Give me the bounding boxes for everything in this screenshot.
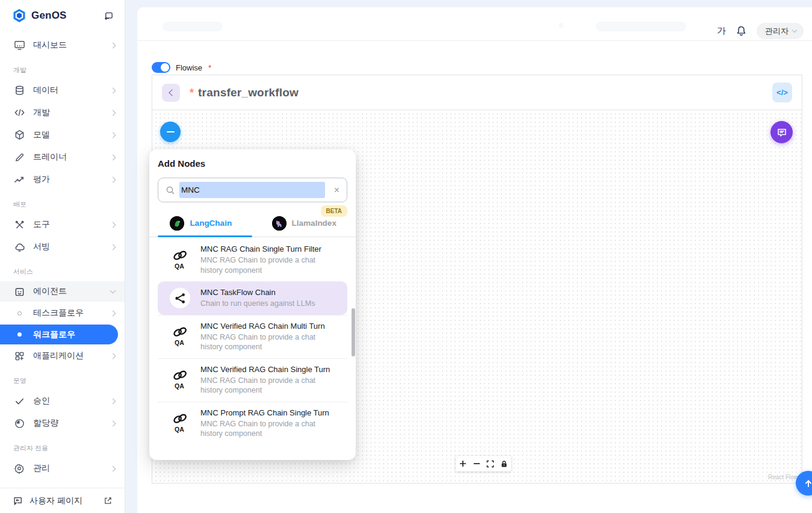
sidebar-section-label: 배포 — [0, 191, 125, 213]
tab-llamaindex-label: LlamaIndex — [292, 219, 336, 228]
sidebar-item-label: 모델 — [33, 129, 111, 140]
chevron-right-icon — [110, 310, 116, 316]
tools-icon — [13, 219, 25, 231]
sidebar-section-label: 개발 — [0, 57, 125, 79]
workflow-title-wrap: * transfer_workflow — [190, 86, 299, 99]
panel-scrollbar[interactable] — [352, 308, 355, 356]
notifications-bell-icon[interactable] — [736, 25, 747, 37]
svg-text:QA: QA — [175, 263, 184, 270]
chevron-right-icon — [110, 398, 116, 404]
sidebar-item-label: 평가 — [33, 174, 111, 185]
quota-icon — [13, 417, 25, 429]
sidebar-item-label: 관리 — [33, 463, 111, 474]
chevron-right-icon — [110, 87, 116, 93]
user-page-icon — [12, 496, 23, 506]
sidebar-section-label: 서비스 — [0, 258, 125, 281]
sidebar-item-dashboard[interactable]: 대시보드 — [0, 34, 125, 56]
sidebar-item-serving[interactable]: 서빙 — [0, 236, 125, 258]
workflow-title: transfer_workflow — [198, 86, 299, 99]
header-skeleton — [163, 22, 223, 31]
chat-button[interactable] — [770, 121, 793, 143]
beta-badge: BETA — [321, 205, 347, 217]
node-list-item[interactable]: MNC TaskFlow ChainChain to run queries a… — [158, 281, 347, 315]
sidebar-logo-row: GenOS — [0, 0, 125, 31]
sidebar-item-label: 승인 — [33, 396, 111, 406]
external-link-icon[interactable] — [104, 496, 113, 505]
api-code-button[interactable]: </> — [772, 82, 792, 102]
flowise-toggle-row: Flowise* — [152, 62, 211, 73]
profile-menu[interactable]: 관리자 — [757, 23, 804, 39]
sidebar-item-label: 개발 — [33, 107, 111, 118]
sidebar-item-approval[interactable]: 승인 — [0, 390, 125, 412]
framework-tabs: LangChain LlamaIndex BETA — [149, 210, 356, 237]
qa-chain-icon: QA — [170, 370, 190, 390]
node-description: MNC RAG Chain to provide a chat history … — [200, 255, 338, 275]
monitor-icon — [13, 39, 25, 51]
code-icon — [13, 107, 25, 119]
node-list-item[interactable]: QAMNC Verified RAG Chain Single TurnMNC … — [158, 358, 347, 402]
chevron-right-icon — [110, 244, 116, 250]
node-search-input[interactable] — [181, 185, 334, 194]
sidebar-item-data[interactable]: 데이터 — [0, 79, 125, 101]
sidebar-item-label: 데이터 — [33, 85, 111, 96]
sidebar-footer[interactable]: 사용자 페이지 — [0, 488, 125, 513]
chevron-right-icon — [110, 465, 116, 471]
fit-view-button[interactable] — [483, 456, 497, 471]
sidebar-item-agent[interactable]: 에이전트 — [0, 281, 125, 302]
chevron-right-icon — [110, 176, 116, 182]
language-button[interactable]: 가 — [717, 25, 726, 37]
sidebar-item-quota[interactable]: 할당량 — [0, 412, 125, 434]
chevron-down-icon — [792, 28, 797, 33]
unsaved-indicator: * — [190, 87, 194, 99]
sidebar-item-model[interactable]: 모델 — [0, 124, 125, 146]
langchain-logo-icon — [170, 216, 184, 231]
sidebar-item-trainer[interactable]: 트레이너 — [0, 146, 125, 168]
sidebar-item-label: 테스크플로우 — [33, 308, 111, 319]
node-list-item[interactable]: QAMNC Verified RAG Chain Multi TurnMNC R… — [158, 315, 347, 358]
back-button[interactable] — [162, 84, 180, 102]
sidebar-collapse-icon[interactable] — [104, 11, 114, 21]
node-list-item[interactable]: QAMNC RAG Chain Single Turn FilterMNC RA… — [158, 238, 347, 281]
node-search-box: × — [158, 178, 347, 202]
apps-icon — [13, 350, 25, 362]
minus-icon — [167, 131, 175, 132]
flowise-toggle[interactable] — [152, 62, 170, 73]
chevron-right-icon — [110, 154, 116, 160]
main-area: 가 관리자 Flowise* * transfer_workflow — [125, 0, 812, 513]
zoom-out-button[interactable] — [470, 456, 483, 471]
chevron-down-icon — [110, 288, 116, 294]
sidebar-section-label: 운영 — [0, 367, 125, 390]
node-description: MNC RAG Chain to provide a chat history … — [200, 419, 338, 439]
sidebar-item-tools[interactable]: 도구 — [0, 214, 125, 235]
arrow-up-icon — [804, 479, 812, 488]
required-asterisk: * — [208, 63, 211, 72]
sidebar-item-evaluation[interactable]: 평가 — [0, 169, 125, 190]
svg-text:QA: QA — [175, 339, 184, 346]
qa-chain-icon: QA — [170, 326, 190, 347]
cloud-icon — [13, 241, 25, 253]
node-name: MNC Verified RAG Chain Single Turn — [200, 365, 344, 374]
react-flow-attribution: React Flow — [768, 474, 798, 480]
sidebar-item-label: 도구 — [33, 219, 111, 230]
sidebar-item-develop[interactable]: 개발 — [0, 102, 125, 123]
sidebar-item-application[interactable]: 애플리케이션 — [0, 345, 125, 367]
lock-button[interactable] — [497, 456, 511, 471]
user-page-label: 사용자 페이지 — [29, 496, 82, 506]
node-list-item[interactable]: QAMNC Prompt RAG Chain Single TurnMNC RA… — [158, 402, 347, 445]
sidebar-item-taskflow[interactable]: 테스크플로우 — [0, 302, 125, 324]
search-icon — [166, 185, 175, 195]
sidebar-item-label: 워크플로우 — [33, 329, 108, 340]
sidebar-item-admin[interactable]: 관리 — [0, 458, 125, 479]
check-icon — [13, 395, 25, 407]
sidebar-item-label: 서빙 — [33, 241, 111, 252]
clear-search-icon[interactable]: × — [334, 185, 339, 195]
qa-chain-icon: QA — [170, 413, 190, 434]
tab-langchain[interactable]: LangChain — [149, 210, 253, 237]
zoom-in-button[interactable] — [456, 456, 470, 471]
sidebar-item-label: 에이전트 — [33, 286, 111, 297]
sidebar-item-workflow[interactable]: 워크플로우 — [0, 325, 118, 344]
collapse-add-nodes-button[interactable] — [160, 122, 181, 142]
sidebar-item-label: 대시보드 — [33, 40, 111, 51]
active-tab-underline — [158, 235, 252, 237]
add-nodes-panel: Add Nodes × LangChain — [149, 149, 356, 460]
